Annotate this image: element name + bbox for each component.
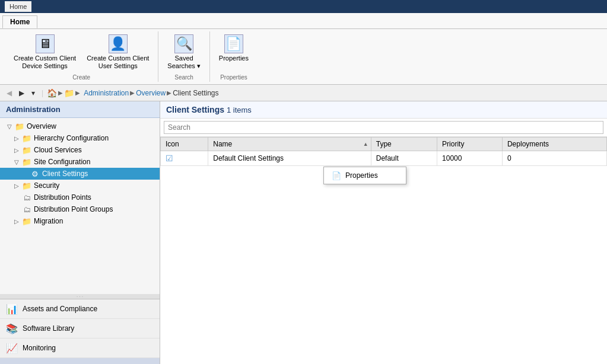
- tree-item-client-settings[interactable]: ⚙ Client Settings: [0, 168, 160, 180]
- breadcrumb: Administration ▶ Overview ▶ Client Setti…: [84, 89, 218, 97]
- sidebar: Administration ▽ 📁 Overview ▷ 📁 Hierarch…: [0, 101, 160, 364]
- ribbon-group-search: 🔍 Saved Searches ▾ Search: [158, 31, 210, 82]
- sidebar-nav-monitoring[interactable]: 📈 Monitoring: [0, 339, 160, 358]
- row-type: Default: [371, 151, 437, 166]
- context-menu-properties[interactable]: 📄 Properties: [324, 167, 406, 184]
- breadcrumb-administration[interactable]: Administration: [84, 89, 129, 97]
- tree-item-security[interactable]: ▷ 📁 Security: [0, 180, 160, 191]
- row-icon: ☑: [161, 151, 208, 166]
- tree-item-cloud[interactable]: ▷ 📁 Cloud Services: [0, 144, 160, 156]
- ribbon: Home 🖥 Create Custom Client Device Setti…: [0, 13, 607, 85]
- security-icon: 📁: [21, 181, 32, 190]
- hierarchy-icon: 📁: [21, 133, 32, 143]
- dist-groups-label: Distribution Point Groups: [34, 205, 157, 213]
- nav-divider: |: [42, 89, 43, 97]
- col-deployments[interactable]: Deployments: [502, 138, 606, 151]
- row-priority: 10000: [437, 151, 503, 166]
- create-user-button[interactable]: 👤 Create Custom Client User Settings: [82, 31, 153, 73]
- properties-ribbon-icon: 📄: [224, 34, 243, 53]
- overview-expand: ▽: [5, 123, 14, 130]
- hierarchy-label: Hierarchy Configuration: [34, 134, 157, 142]
- nav-root-icon: 📁: [64, 88, 74, 98]
- col-name[interactable]: Name: [208, 138, 371, 151]
- client-settings-icon: ⚙: [30, 169, 40, 178]
- tree-item-hierarchy[interactable]: ▷ 📁 Hierarchy Configuration: [0, 132, 160, 144]
- context-menu-properties-label: Properties: [345, 171, 378, 180]
- tree-item-overview[interactable]: ▽ 📁 Overview: [0, 120, 160, 132]
- ribbon-content: 🖥 Create Custom Client Device Settings 👤…: [0, 28, 607, 84]
- table-row[interactable]: ☑ Default Client Settings Default 10000 …: [161, 151, 607, 166]
- site-config-icon: 📁: [21, 157, 32, 167]
- hierarchy-expand: ▷: [12, 135, 21, 142]
- create-user-label: Create Custom Client User Settings: [87, 55, 149, 70]
- migration-expand: ▷: [12, 218, 21, 225]
- monitoring-label: Monitoring: [23, 344, 56, 352]
- nav-forward-button[interactable]: ▶: [16, 87, 27, 99]
- table-header: Icon Name Type Priority Deployments: [161, 138, 607, 151]
- nav-back-button[interactable]: ◀: [4, 87, 15, 99]
- tree-item-migration[interactable]: ▷ 📁 Migration: [0, 215, 160, 227]
- sidebar-resize-handle[interactable]: · · ·: [0, 294, 160, 299]
- nav-home-icon: 🏠: [47, 88, 57, 98]
- ribbon-group-properties: 📄 Properties Properties: [210, 31, 258, 82]
- assets-icon: 📊: [6, 303, 18, 315]
- context-menu: 📄 Properties: [323, 167, 406, 184]
- create-user-icon: 👤: [109, 34, 128, 53]
- software-icon: 📚: [6, 323, 18, 334]
- administration-icon: ⚙: [6, 362, 18, 364]
- ribbon-group-create: 🖥 Create Custom Client Device Settings 👤…: [5, 31, 158, 82]
- sidebar-nav-assets[interactable]: 📊 Assets and Compliance: [0, 299, 160, 319]
- security-label: Security: [34, 181, 157, 190]
- saved-searches-icon: 🔍: [174, 34, 193, 53]
- dist-groups-icon: 🗂: [21, 205, 32, 214]
- nav-dropdown-button[interactable]: ▾: [28, 87, 38, 99]
- client-settings-label: Client Settings: [42, 170, 157, 178]
- sidebar-bottom: 📊 Assets and Compliance 📚 Software Libra…: [0, 299, 160, 364]
- content-count: 1 items: [227, 106, 252, 114]
- migration-label: Migration: [34, 217, 157, 225]
- overview-label: Overview: [27, 122, 157, 130]
- row-name: Default Client Settings: [208, 151, 371, 166]
- table-wrapper: Icon Name Type Priority Deployments ☑ De…: [160, 137, 607, 364]
- create-group-label: Create: [9, 74, 153, 82]
- properties-ribbon-label: Properties: [219, 55, 249, 62]
- content-header: Client Settings 1 items: [160, 101, 607, 119]
- assets-label: Assets and Compliance: [23, 305, 97, 313]
- ribbon-tab-home[interactable]: Home: [2, 15, 37, 28]
- saved-searches-button[interactable]: 🔍 Saved Searches ▾: [163, 31, 205, 73]
- tree-item-dist-groups[interactable]: 🗂 Distribution Point Groups: [0, 203, 160, 215]
- properties-ribbon-button[interactable]: 📄 Properties: [215, 31, 253, 65]
- title-bar: Home: [0, 0, 607, 13]
- col-icon[interactable]: Icon: [161, 138, 208, 151]
- create-device-button[interactable]: 🖥 Create Custom Client Device Settings: [9, 31, 80, 73]
- content-title: Client Settings: [166, 105, 224, 114]
- col-type[interactable]: Type: [371, 138, 437, 151]
- dist-points-label: Distribution Points: [34, 193, 157, 202]
- tree-item-dist-points[interactable]: 🗂 Distribution Points: [0, 191, 160, 203]
- search-input[interactable]: [164, 121, 603, 134]
- breadcrumb-overview[interactable]: Overview: [136, 89, 166, 97]
- table-body: ☑ Default Client Settings Default 10000 …: [161, 151, 607, 166]
- sidebar-tree: ▽ 📁 Overview ▷ 📁 Hierarchy Configuration…: [0, 118, 160, 294]
- breadcrumb-client-settings: Client Settings: [173, 89, 218, 97]
- migration-icon: 📁: [21, 216, 32, 226]
- overview-icon: 📁: [14, 122, 25, 131]
- monitoring-icon: 📈: [6, 342, 18, 354]
- search-group-label: Search: [163, 74, 205, 82]
- main-layout: Administration ▽ 📁 Overview ▷ 📁 Hierarch…: [0, 101, 607, 364]
- tree-item-site-config[interactable]: ▽ 📁 Site Configuration: [0, 156, 160, 168]
- row-deployments: 0: [502, 151, 606, 166]
- home-tab[interactable]: Home: [5, 1, 31, 12]
- site-config-expand: ▽: [12, 159, 21, 165]
- ribbon-tab-bar: Home: [0, 15, 607, 28]
- software-label: Software Library: [23, 324, 74, 333]
- col-priority[interactable]: Priority: [437, 138, 503, 151]
- cloud-expand: ▷: [12, 147, 21, 154]
- nav-bar: ◀ ▶ ▾ | 🏠 ▶ 📁 ▶ Administration ▶ Overvie…: [0, 85, 607, 101]
- sidebar-nav-software[interactable]: 📚 Software Library: [0, 319, 160, 339]
- properties-group-label: Properties: [215, 74, 253, 82]
- sidebar-nav-administration[interactable]: ⚙ Administration: [0, 358, 160, 364]
- sidebar-header: Administration: [0, 101, 160, 118]
- saved-searches-label: Saved Searches ▾: [167, 55, 201, 70]
- dist-points-icon: 🗂: [21, 193, 32, 202]
